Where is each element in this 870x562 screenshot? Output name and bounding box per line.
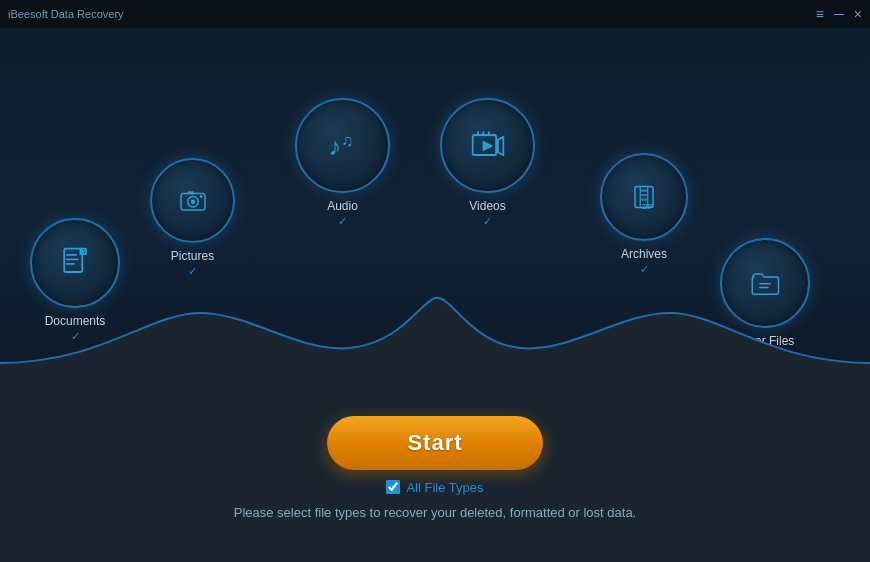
close-icon[interactable]: × [854, 7, 862, 21]
svg-text:♪: ♪ [328, 132, 341, 160]
archives-label: Archives [621, 247, 667, 261]
svg-text:♫: ♫ [341, 131, 353, 149]
titlebar: iBeesoft Data Recovery ≡ ─ × [0, 0, 870, 28]
file-type-selection-area: Documents ✓ Pictures ✓ ♪ ♫ [0, 28, 870, 373]
all-file-types-checkbox[interactable] [386, 480, 400, 494]
audio-check: ✓ [338, 215, 347, 228]
bottom-section: Start All File Types Please select file … [0, 373, 870, 562]
svg-rect-3 [66, 263, 75, 265]
archives-circle: ZIP [600, 153, 688, 241]
file-type-pictures[interactable]: Pictures ✓ [150, 158, 235, 278]
all-file-types-label[interactable]: All File Types [406, 480, 483, 495]
videos-label: Videos [469, 199, 505, 213]
svg-rect-2 [66, 259, 79, 261]
app-title: iBeesoft Data Recovery [8, 8, 124, 20]
audio-circle: ♪ ♫ [295, 98, 390, 193]
svg-rect-24 [641, 194, 647, 196]
svg-rect-10 [187, 191, 193, 194]
svg-point-11 [199, 195, 202, 198]
svg-rect-23 [641, 190, 647, 192]
videos-check: ✓ [483, 215, 492, 228]
minimize-icon[interactable]: ─ [834, 7, 844, 21]
pictures-circle [150, 158, 235, 243]
file-type-audio[interactable]: ♪ ♫ Audio ✓ [295, 98, 390, 228]
svg-marker-20 [497, 137, 502, 155]
archives-check: ✓ [640, 263, 649, 276]
menu-icon[interactable]: ≡ [816, 7, 824, 21]
audio-label: Audio [327, 199, 358, 213]
wave-decoration [0, 293, 870, 373]
svg-rect-25 [641, 199, 647, 201]
start-button[interactable]: Start [327, 416, 542, 470]
svg-point-9 [190, 199, 195, 204]
videos-circle [440, 98, 535, 193]
all-file-types-row: All File Types [386, 480, 483, 495]
svg-marker-19 [482, 140, 493, 151]
description-text: Please select file types to recover your… [234, 505, 637, 520]
archive-icon: ZIP [629, 182, 659, 212]
music-icon: ♪ ♫ [325, 128, 361, 164]
svg-text:ZIP: ZIP [642, 203, 653, 210]
pictures-check: ✓ [188, 265, 197, 278]
pictures-label: Pictures [171, 249, 214, 263]
file-type-archives[interactable]: ZIP Archives ✓ [600, 153, 688, 276]
video-icon [470, 128, 506, 164]
window-controls: ≡ ─ × [816, 7, 862, 21]
file-type-videos[interactable]: Videos ✓ [440, 98, 535, 228]
svg-rect-1 [66, 254, 77, 256]
camera-icon [178, 186, 208, 216]
document-icon [57, 245, 93, 281]
